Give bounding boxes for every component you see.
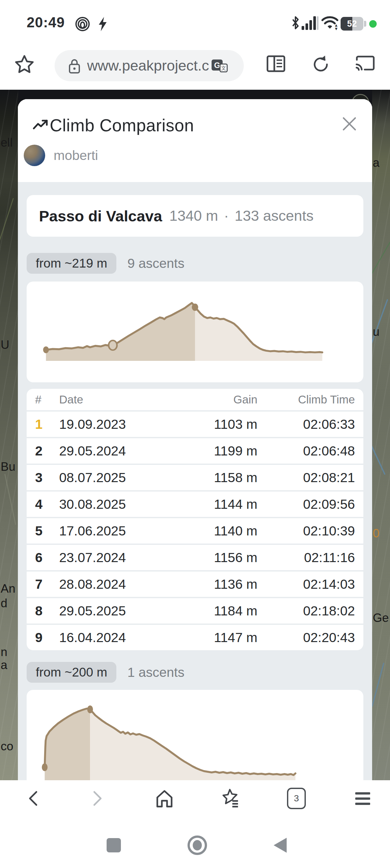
ascent-table: #DateGainClimb Time 119.09.20231103 m02:… (27, 389, 363, 650)
cell-rank: 5 (35, 523, 59, 539)
spiral-notification-icon (74, 16, 91, 32)
column-header: Date (59, 393, 150, 406)
map-label-fragment: Bu (1, 460, 15, 474)
elevation-profile-card-1[interactable] (27, 282, 363, 382)
map-label-fragment: 0 (373, 527, 380, 540)
username: moberti (54, 148, 98, 163)
reader-mode-icon[interactable] (266, 55, 286, 73)
cell-gain: 1136 m (150, 577, 257, 592)
map-label-fragment: Ge (373, 611, 389, 625)
privacy-green-dot (369, 20, 377, 28)
cell-gain: 1158 m (150, 470, 257, 485)
cell-gain: 1140 m (150, 523, 257, 539)
bluetooth-icon (290, 15, 301, 31)
climb-comparison-modal: Climb Comparison moberti Passo di Valcav… (18, 99, 372, 780)
top-bar: 20:49 ▲ (0, 0, 390, 90)
column-header: Climb Time (257, 393, 355, 406)
table-row[interactable]: 728.08.20241136 m02:14:03 (27, 571, 363, 597)
cell-gain: 1156 m (150, 550, 257, 565)
translate-icon[interactable]: G 文 (209, 56, 228, 75)
modal-header: Climb Comparison moberti (18, 99, 372, 182)
battery-indicator: 52 (340, 17, 363, 31)
bookmark-star-icon[interactable] (14, 55, 34, 74)
cell-gain: 1147 m (150, 630, 257, 645)
user-row[interactable]: moberti (24, 145, 98, 166)
elevation-profile-chart-2 (35, 695, 355, 780)
table-row[interactable]: 623.07.20241156 m02:11:16 (27, 545, 363, 570)
cell-rank: 9 (35, 630, 59, 645)
cell-date: 28.08.2024 (59, 577, 150, 592)
peak-elevation: 1340 m (169, 208, 218, 224)
avatar (24, 145, 45, 166)
table-header-row: #DateGainClimb Time (27, 389, 363, 410)
svg-text:文: 文 (221, 65, 226, 71)
cell-time: 02:10:39 (257, 523, 355, 539)
cell-time: 02:08:21 (257, 470, 355, 485)
cell-date: 19.09.2023 (59, 417, 150, 432)
cell-rank: 1 (35, 417, 59, 432)
tab-count: 3 (287, 788, 306, 809)
close-icon[interactable] (340, 115, 358, 133)
peak-total-ascents: 133 ascents (235, 208, 314, 224)
map-label-fragment: a (373, 156, 380, 170)
cell-rank: 7 (35, 577, 59, 592)
lock-icon (67, 57, 82, 74)
forward-button[interactable] (87, 788, 108, 809)
table-row[interactable]: 430.08.20251144 m02:09:56 (27, 492, 363, 517)
section-ascent-count: 1 ascents (127, 665, 185, 680)
start-elevation-badge[interactable]: from ~200 m (27, 662, 116, 683)
cell-rank: 8 (35, 603, 59, 619)
battery-cap (364, 21, 366, 27)
cell-date: 23.07.2024 (59, 550, 150, 565)
cell-rank: 2 (35, 443, 59, 459)
peak-summary-card[interactable]: Passo di Valcava 1340 m · 133 ascents (27, 195, 363, 237)
bookmarks-list-button[interactable] (220, 788, 241, 809)
battery-percent: 52 (340, 17, 363, 31)
table-row[interactable]: 308.07.20251158 m02:08:21 (27, 465, 363, 490)
cell-time: 02:06:48 (257, 443, 355, 459)
map-label-fragment: u (373, 325, 380, 339)
url-bar[interactable]: www.peakproject.c G 文 (55, 50, 244, 81)
map-strip-right: au0Ge (372, 90, 390, 780)
cell-time: 02:11:16 (257, 550, 355, 565)
cell-date: 29.05.2024 (59, 443, 150, 459)
ascent-table-body: 119.09.20231103 m02:06:33229.05.20241199… (27, 411, 363, 650)
map-strip-left: ellUBuAndnaco (0, 90, 18, 780)
browser-bottom-nav: 3 (0, 780, 390, 833)
home-nav-button[interactable] (188, 836, 207, 855)
android-back-button[interactable] (274, 838, 287, 853)
column-header: Gain (150, 393, 257, 406)
table-row[interactable]: 119.09.20231103 m02:06:33 (27, 411, 363, 437)
refresh-icon[interactable] (311, 55, 331, 74)
url-text: www.peakproject.c (87, 57, 209, 74)
cell-rank: 3 (35, 470, 59, 485)
clock: 20:49 (27, 14, 65, 31)
recents-button[interactable] (107, 838, 121, 852)
flash-charging-icon (98, 17, 108, 31)
start-elevation-badge[interactable]: from ~219 m (27, 253, 116, 274)
home-button[interactable] (154, 788, 175, 809)
map-label-fragment: U (1, 338, 9, 352)
table-row[interactable]: 916.04.20241147 m02:20:43 (27, 625, 363, 650)
table-row[interactable]: 829.05.20251184 m02:18:02 (27, 598, 363, 623)
back-button[interactable] (23, 788, 43, 809)
cell-gain: 1184 m (150, 603, 257, 619)
phone-screen: 20:49 ▲ (0, 0, 390, 868)
cell-time: 02:20:43 (257, 630, 355, 645)
cell-date: 08.07.2025 (59, 470, 150, 485)
map-label-fragment: d (1, 596, 7, 610)
elevation-profile-card-2[interactable] (27, 690, 363, 780)
cast-icon[interactable] (355, 55, 376, 73)
menu-button[interactable] (352, 788, 373, 809)
signal-strength-icon (302, 15, 319, 31)
cell-time: 02:14:03 (257, 577, 355, 592)
cell-time: 02:09:56 (257, 497, 355, 512)
column-header: # (35, 393, 59, 406)
cell-time: 02:06:33 (257, 417, 355, 432)
peak-name: Passo di Valcava (39, 207, 162, 225)
table-row[interactable]: 517.06.20251140 m02:10:39 (27, 518, 363, 544)
tab-switcher-button[interactable]: 3 (286, 788, 307, 809)
separator-dot: · (224, 208, 229, 224)
wifi-traffic-arrows-icon: ▲▼ (334, 23, 338, 31)
table-row[interactable]: 229.05.20241199 m02:06:48 (27, 438, 363, 464)
